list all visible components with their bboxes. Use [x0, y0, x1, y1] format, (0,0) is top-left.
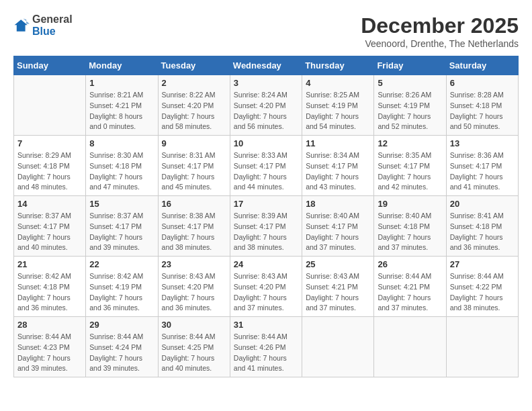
- day-number: 3: [234, 78, 298, 88]
- calendar-cell: 14Sunrise: 8:37 AMSunset: 4:17 PMDayligh…: [14, 196, 86, 257]
- day-info: Sunrise: 8:40 AMSunset: 4:18 PMDaylight:…: [378, 211, 442, 253]
- calendar-cell: 7Sunrise: 8:29 AMSunset: 4:18 PMDaylight…: [14, 136, 86, 196]
- calendar-cell: 30Sunrise: 8:44 AMSunset: 4:25 PMDayligh…: [158, 317, 230, 377]
- calendar-week-row: 21Sunrise: 8:42 AMSunset: 4:18 PMDayligh…: [14, 257, 519, 317]
- day-number: 11: [306, 138, 370, 148]
- calendar-week-row: 1Sunrise: 8:21 AMSunset: 4:21 PMDaylight…: [14, 75, 519, 136]
- day-number: 12: [378, 138, 442, 148]
- calendar-cell: [302, 317, 374, 377]
- calendar-cell: 5Sunrise: 8:26 AMSunset: 4:19 PMDaylight…: [374, 75, 446, 136]
- day-info: Sunrise: 8:39 AMSunset: 4:17 PMDaylight:…: [234, 211, 298, 253]
- calendar-cell: 12Sunrise: 8:35 AMSunset: 4:17 PMDayligh…: [374, 136, 446, 196]
- day-number: 23: [162, 259, 226, 269]
- calendar-week-row: 28Sunrise: 8:44 AMSunset: 4:23 PMDayligh…: [14, 317, 519, 377]
- day-number: 4: [306, 78, 370, 88]
- calendar-cell: 29Sunrise: 8:44 AMSunset: 4:24 PMDayligh…: [86, 317, 158, 377]
- day-info: Sunrise: 8:29 AMSunset: 4:18 PMDaylight:…: [17, 150, 82, 193]
- day-number: 2: [162, 78, 226, 88]
- day-number: 14: [17, 199, 82, 209]
- calendar-cell: 3Sunrise: 8:24 AMSunset: 4:20 PMDaylight…: [230, 75, 302, 136]
- calendar-cell: 28Sunrise: 8:44 AMSunset: 4:23 PMDayligh…: [14, 317, 86, 377]
- day-info: Sunrise: 8:44 AMSunset: 4:25 PMDaylight:…: [162, 332, 226, 374]
- day-info: Sunrise: 8:37 AMSunset: 4:17 PMDaylight:…: [89, 211, 154, 253]
- calendar-cell: 22Sunrise: 8:42 AMSunset: 4:19 PMDayligh…: [86, 257, 158, 317]
- calendar-cell: 31Sunrise: 8:44 AMSunset: 4:26 PMDayligh…: [230, 317, 302, 377]
- logo-general: General: [32, 13, 73, 26]
- day-info: Sunrise: 8:42 AMSunset: 4:18 PMDaylight:…: [17, 271, 82, 314]
- day-info: Sunrise: 8:35 AMSunset: 4:17 PMDaylight:…: [378, 150, 442, 193]
- calendar-cell: 1Sunrise: 8:21 AMSunset: 4:21 PMDaylight…: [86, 75, 158, 136]
- weekday-header: Sunday: [14, 56, 86, 75]
- weekday-header: Wednesday: [230, 56, 302, 75]
- calendar-cell: 16Sunrise: 8:38 AMSunset: 4:17 PMDayligh…: [158, 196, 230, 257]
- day-info: Sunrise: 8:36 AMSunset: 4:17 PMDaylight:…: [450, 150, 515, 193]
- calendar-cell: 6Sunrise: 8:28 AMSunset: 4:18 PMDaylight…: [446, 75, 518, 136]
- weekday-header: Thursday: [302, 56, 374, 75]
- day-info: Sunrise: 8:30 AMSunset: 4:18 PMDaylight:…: [89, 150, 154, 193]
- day-number: 6: [450, 78, 515, 88]
- day-info: Sunrise: 8:40 AMSunset: 4:17 PMDaylight:…: [306, 211, 370, 253]
- day-info: Sunrise: 8:38 AMSunset: 4:17 PMDaylight:…: [162, 211, 226, 253]
- calendar-cell: 25Sunrise: 8:43 AMSunset: 4:21 PMDayligh…: [302, 257, 374, 317]
- day-info: Sunrise: 8:42 AMSunset: 4:19 PMDaylight:…: [89, 271, 154, 314]
- day-number: 29: [89, 320, 154, 330]
- day-number: 31: [234, 320, 298, 330]
- day-number: 13: [450, 138, 515, 148]
- logo-text: General Blue: [32, 13, 73, 38]
- day-info: Sunrise: 8:44 AMSunset: 4:21 PMDaylight:…: [378, 271, 442, 314]
- calendar-cell: 4Sunrise: 8:25 AMSunset: 4:19 PMDaylight…: [302, 75, 374, 136]
- calendar-cell: 21Sunrise: 8:42 AMSunset: 4:18 PMDayligh…: [14, 257, 86, 317]
- day-info: Sunrise: 8:44 AMSunset: 4:23 PMDaylight:…: [17, 332, 82, 374]
- day-number: 22: [89, 259, 154, 269]
- calendar-cell: 18Sunrise: 8:40 AMSunset: 4:17 PMDayligh…: [302, 196, 374, 257]
- day-number: 21: [17, 259, 82, 269]
- day-info: Sunrise: 8:24 AMSunset: 4:20 PMDaylight:…: [234, 90, 298, 132]
- calendar-cell: 13Sunrise: 8:36 AMSunset: 4:17 PMDayligh…: [446, 136, 518, 196]
- calendar-week-row: 14Sunrise: 8:37 AMSunset: 4:17 PMDayligh…: [14, 196, 519, 257]
- day-number: 17: [234, 199, 298, 209]
- day-info: Sunrise: 8:43 AMSunset: 4:21 PMDaylight:…: [306, 271, 370, 314]
- day-info: Sunrise: 8:37 AMSunset: 4:17 PMDaylight:…: [17, 211, 82, 253]
- calendar-cell: 23Sunrise: 8:43 AMSunset: 4:20 PMDayligh…: [158, 257, 230, 317]
- day-number: 10: [234, 138, 298, 148]
- day-info: Sunrise: 8:31 AMSunset: 4:17 PMDaylight:…: [162, 150, 226, 193]
- day-info: Sunrise: 8:44 AMSunset: 4:24 PMDaylight:…: [89, 332, 154, 374]
- day-info: Sunrise: 8:26 AMSunset: 4:19 PMDaylight:…: [378, 90, 442, 132]
- day-number: 24: [234, 259, 298, 269]
- weekday-header-row: SundayMondayTuesdayWednesdayThursdayFrid…: [14, 56, 519, 75]
- day-number: 18: [306, 199, 370, 209]
- weekday-header: Friday: [374, 56, 446, 75]
- day-number: 9: [162, 138, 226, 148]
- weekday-header: Monday: [86, 56, 158, 75]
- calendar-week-row: 7Sunrise: 8:29 AMSunset: 4:18 PMDaylight…: [14, 136, 519, 196]
- calendar-cell: 8Sunrise: 8:30 AMSunset: 4:18 PMDaylight…: [86, 136, 158, 196]
- calendar-cell: 19Sunrise: 8:40 AMSunset: 4:18 PMDayligh…: [374, 196, 446, 257]
- month-year-title: December 2025: [361, 13, 519, 38]
- day-info: Sunrise: 8:28 AMSunset: 4:18 PMDaylight:…: [450, 90, 515, 132]
- logo-blue: Blue: [32, 26, 73, 38]
- calendar-cell: [374, 317, 446, 377]
- day-number: 8: [89, 138, 154, 148]
- day-number: 20: [450, 199, 515, 209]
- day-number: 28: [17, 320, 82, 330]
- day-info: Sunrise: 8:21 AMSunset: 4:21 PMDaylight:…: [89, 90, 154, 132]
- day-number: 1: [89, 78, 154, 88]
- calendar-cell: 9Sunrise: 8:31 AMSunset: 4:17 PMDaylight…: [158, 136, 230, 196]
- svg-marker-0: [15, 19, 28, 32]
- page-header: General Blue December 2025 Veenoord, Dre…: [13, 13, 519, 49]
- logo: General Blue: [13, 13, 73, 38]
- day-info: Sunrise: 8:34 AMSunset: 4:17 PMDaylight:…: [306, 150, 370, 193]
- day-info: Sunrise: 8:25 AMSunset: 4:19 PMDaylight:…: [306, 90, 370, 132]
- day-info: Sunrise: 8:41 AMSunset: 4:18 PMDaylight:…: [450, 211, 515, 253]
- day-info: Sunrise: 8:22 AMSunset: 4:20 PMDaylight:…: [162, 90, 226, 132]
- calendar-cell: [446, 317, 518, 377]
- calendar-cell: 15Sunrise: 8:37 AMSunset: 4:17 PMDayligh…: [86, 196, 158, 257]
- day-number: 19: [378, 199, 442, 209]
- day-number: 5: [378, 78, 442, 88]
- day-number: 16: [162, 199, 226, 209]
- day-number: 15: [89, 199, 154, 209]
- location-subtitle: Veenoord, Drenthe, The Netherlands: [361, 38, 519, 49]
- calendar-cell: 10Sunrise: 8:33 AMSunset: 4:17 PMDayligh…: [230, 136, 302, 196]
- day-info: Sunrise: 8:43 AMSunset: 4:20 PMDaylight:…: [234, 271, 298, 314]
- calendar-cell: 17Sunrise: 8:39 AMSunset: 4:17 PMDayligh…: [230, 196, 302, 257]
